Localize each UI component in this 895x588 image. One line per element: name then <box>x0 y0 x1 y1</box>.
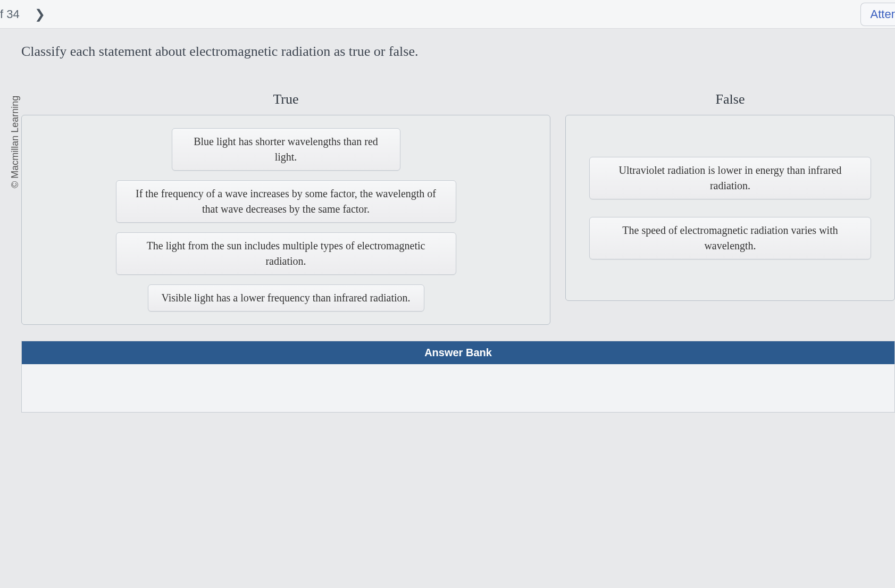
statement-tile[interactable]: If the frequency of a wave increases by … <box>116 180 456 223</box>
content: © Macmillan Learning Classify each state… <box>0 29 895 413</box>
statement-tile[interactable]: Visible light has a lower frequency than… <box>148 284 424 312</box>
statement-tile[interactable]: Ultraviolet radiation is lower in energy… <box>589 157 871 199</box>
answer-bank: Answer Bank <box>21 341 895 413</box>
false-title: False <box>565 91 895 107</box>
true-column: True Blue light has shorter wavelengths … <box>21 91 550 325</box>
statement-tile[interactable]: The speed of electromagnetic radiation v… <box>589 217 871 259</box>
classification-bins: True Blue light has shorter wavelengths … <box>21 91 895 325</box>
next-chevron-icon[interactable]: ❯ <box>35 7 45 22</box>
copyright-text: © Macmillan Learning <box>10 96 21 188</box>
false-column: False Ultraviolet radiation is lower in … <box>565 91 895 325</box>
question-prompt: Classify each statement about electromag… <box>21 44 895 60</box>
true-title: True <box>21 91 550 107</box>
top-bar: f 34 ❯ Atter <box>0 0 895 29</box>
true-dropzone[interactable]: Blue light has shorter wavelengths than … <box>21 115 550 325</box>
page-count: f 34 <box>0 7 20 21</box>
false-dropzone[interactable]: Ultraviolet radiation is lower in energy… <box>565 115 895 301</box>
top-bar-left: f 34 ❯ <box>0 7 45 22</box>
statement-tile[interactable]: Blue light has shorter wavelengths than … <box>172 128 400 171</box>
answer-bank-body[interactable] <box>22 364 894 412</box>
attempt-button[interactable]: Atter <box>860 3 895 26</box>
statement-tile[interactable]: The light from the sun includes multiple… <box>116 232 456 275</box>
answer-bank-header: Answer Bank <box>22 341 894 364</box>
